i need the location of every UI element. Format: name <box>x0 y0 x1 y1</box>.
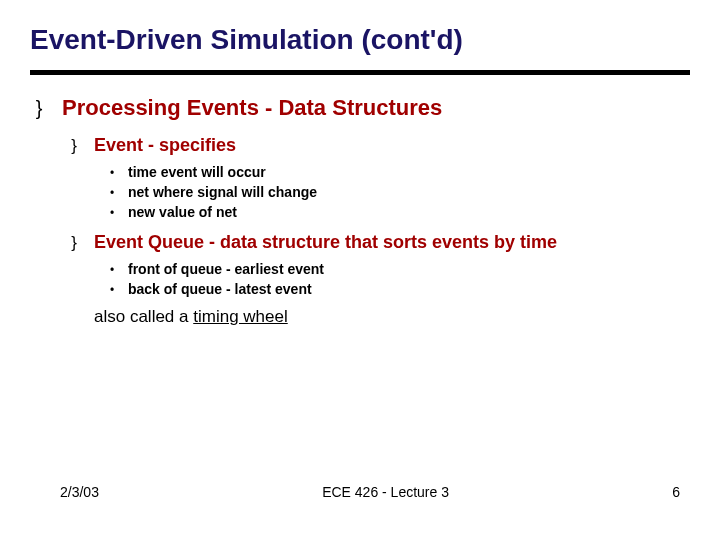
list-item: • back of queue - latest event <box>106 281 690 297</box>
bullet-curly-icon: } <box>30 97 48 120</box>
list-item: • new value of net <box>106 204 690 220</box>
footer-date: 2/3/03 <box>60 484 99 500</box>
list-item: • net where signal will change <box>106 184 690 200</box>
slide-title: Event-Driven Simulation (cont'd) <box>30 24 690 56</box>
bullet-dot-icon: • <box>106 283 118 297</box>
timing-wheel-underlined: timing wheel <box>193 307 288 326</box>
timing-wheel-note: also called a timing wheel <box>94 307 690 327</box>
event-spec-heading: } Event - specifies <box>66 135 690 156</box>
event-spec-text: Event - specifies <box>94 135 236 156</box>
section-heading-text: Processing Events - Data Structures <box>62 95 442 121</box>
event-queue-text: Event Queue - data structure that sorts … <box>94 232 557 253</box>
slide-footer: 2/3/03 ECE 426 - Lecture 3 6 <box>0 484 720 500</box>
bullet-dot-icon: • <box>106 263 118 277</box>
section-heading: } Processing Events - Data Structures <box>30 95 690 121</box>
slide: Event-Driven Simulation (cont'd) } Proce… <box>0 0 720 540</box>
bullet-dot-icon: • <box>106 206 118 220</box>
list-item-text: front of queue - earliest event <box>128 261 324 277</box>
bullet-dot-icon: • <box>106 166 118 180</box>
list-item-text: time event will occur <box>128 164 266 180</box>
list-item-text: net where signal will change <box>128 184 317 200</box>
title-rule <box>30 70 690 75</box>
list-item: • front of queue - earliest event <box>106 261 690 277</box>
list-item-text: new value of net <box>128 204 237 220</box>
bullet-curly-icon: } <box>66 233 82 253</box>
list-item-text: back of queue - latest event <box>128 281 312 297</box>
event-queue-heading: } Event Queue - data structure that sort… <box>66 232 690 253</box>
bullet-dot-icon: • <box>106 186 118 200</box>
list-item: • time event will occur <box>106 164 690 180</box>
footer-page-number: 6 <box>672 484 680 500</box>
bullet-curly-icon: } <box>66 136 82 156</box>
footer-center: ECE 426 - Lecture 3 <box>322 484 449 500</box>
